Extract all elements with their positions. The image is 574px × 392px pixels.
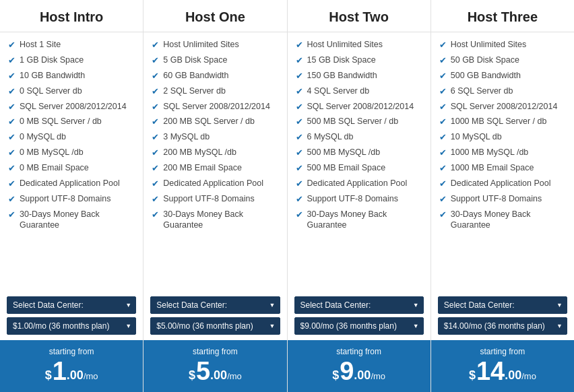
feature-item: ✔30-Days Money Back Guarantee — [296, 209, 422, 231]
check-icon: ✔ — [152, 132, 159, 143]
price-dollar-sign: $ — [189, 369, 195, 381]
plan-title-host-one: Host One — [144, 0, 286, 32]
feature-text: 200 MB MySQL /db — [163, 147, 236, 158]
plan-selects-host-two: Select Data Center:$9.00/mo (36 months p… — [288, 291, 430, 340]
feature-item: ✔1000 MB MySQL /db — [439, 147, 566, 159]
feature-item: ✔1 GB Disk Space — [8, 55, 135, 67]
price-period: /mo — [227, 372, 242, 381]
check-icon: ✔ — [152, 71, 159, 82]
check-icon: ✔ — [296, 178, 303, 190]
feature-text: Dedicated Application Pool — [163, 178, 263, 189]
data-center-select[interactable]: Select Data Center: — [150, 296, 280, 314]
check-icon: ✔ — [152, 148, 159, 159]
check-icon: ✔ — [152, 40, 159, 51]
feature-item: ✔2 SQL Server db — [152, 86, 278, 98]
price-decimal: .00 — [67, 369, 84, 381]
data-center-select[interactable]: Select Data Center: — [294, 296, 424, 314]
price-display: $14.00/mo — [435, 358, 571, 384]
price-plan-wrapper: $1.00/mo (36 months plan) — [7, 317, 136, 335]
plan-col-host-three: Host Three✔Host Unlimited Sites✔50 GB Di… — [431, 0, 574, 392]
feature-item: ✔50 GB Disk Space — [439, 55, 566, 67]
feature-item: ✔500 MB Email Space — [296, 162, 422, 174]
feature-text: 0 MySQL db — [20, 131, 66, 142]
check-icon: ✔ — [8, 71, 15, 82]
check-icon: ✔ — [439, 209, 447, 221]
price-plan-select[interactable]: $9.00/mo (36 months plan) — [294, 317, 424, 335]
price-display: $5.00/mo — [147, 358, 283, 384]
price-main: 14 — [476, 358, 505, 384]
starting-from-label: starting from — [3, 347, 139, 356]
plan-col-host-intro: Host Intro✔Host 1 Site✔1 GB Disk Space✔1… — [0, 0, 144, 392]
plan-features-host-one: ✔Host Unlimited Sites✔5 GB Disk Space✔60… — [144, 32, 286, 291]
price-dollar-sign: $ — [45, 369, 52, 381]
feature-item: ✔Support UTF-8 Domains — [8, 193, 135, 205]
feature-item: ✔10 GB Bandwidth — [8, 70, 135, 82]
feature-item: ✔Host Unlimited Sites — [439, 39, 566, 51]
feature-text: Dedicated Application Pool — [20, 178, 120, 189]
feature-item: ✔200 MB SQL Server / db — [152, 116, 278, 128]
check-icon: ✔ — [439, 148, 447, 159]
price-period: /mo — [371, 372, 385, 381]
feature-text: 0 SQL Server db — [20, 86, 82, 96]
check-icon: ✔ — [296, 148, 303, 159]
feature-text: 500 MB Email Space — [307, 162, 386, 173]
check-icon: ✔ — [296, 194, 303, 205]
check-icon: ✔ — [439, 178, 447, 190]
feature-text: 1000 MB Email Space — [451, 162, 534, 173]
check-icon: ✔ — [152, 117, 159, 128]
price-main: 5 — [196, 358, 210, 384]
feature-text: 5 GB Disk Space — [163, 55, 227, 65]
price-plan-wrapper: $5.00/mo (36 months plan) — [150, 317, 280, 335]
data-center-wrapper: Select Data Center: — [294, 296, 424, 314]
feature-item: ✔SQL Server 2008/2012/2014 — [152, 101, 278, 113]
feature-item: ✔10 MySQL db — [439, 131, 566, 143]
feature-item: ✔30-Days Money Back Guarantee — [439, 209, 566, 231]
feature-text: 50 GB Disk Space — [451, 55, 519, 65]
feature-text: SQL Server 2008/2012/2014 — [451, 101, 558, 112]
plan-features-host-intro: ✔Host 1 Site✔1 GB Disk Space✔10 GB Bandw… — [0, 32, 143, 291]
check-icon: ✔ — [439, 40, 447, 51]
check-icon: ✔ — [439, 55, 447, 67]
price-plan-select[interactable]: $5.00/mo (36 months plan) — [150, 317, 280, 335]
plan-footer-host-one: starting from$5.00/mo — [144, 340, 286, 392]
check-icon: ✔ — [152, 86, 159, 98]
feature-text: 30-Days Money Back Guarantee — [451, 209, 566, 231]
plan-title-host-intro: Host Intro — [0, 0, 143, 32]
check-icon: ✔ — [152, 163, 159, 174]
feature-item: ✔Host Unlimited Sites — [152, 39, 278, 51]
price-plan-select[interactable]: $14.00/mo (36 months plan) — [438, 317, 567, 335]
feature-text: 500 MB MySQL /db — [307, 147, 381, 158]
price-plan-select[interactable]: $1.00/mo (36 months plan) — [7, 317, 136, 335]
data-center-select[interactable]: Select Data Center: — [438, 296, 567, 314]
feature-text: 0 MB Email Space — [20, 162, 89, 173]
feature-text: 15 GB Disk Space — [307, 55, 376, 65]
feature-text: Dedicated Application Pool — [307, 178, 408, 189]
feature-item: ✔60 GB Bandwidth — [152, 70, 278, 82]
data-center-wrapper: Select Data Center: — [150, 296, 280, 314]
starting-from-label: starting from — [435, 347, 571, 356]
check-icon: ✔ — [296, 132, 303, 143]
data-center-select[interactable]: Select Data Center: — [7, 296, 136, 314]
feature-item: ✔Support UTF-8 Domains — [439, 193, 566, 205]
feature-item: ✔1000 MB Email Space — [439, 162, 566, 174]
feature-text: Dedicated Application Pool — [451, 178, 551, 189]
data-center-wrapper: Select Data Center: — [7, 296, 136, 314]
feature-text: 1000 MB SQL Server / db — [451, 116, 547, 127]
feature-item: ✔500 GB Bandwidth — [439, 70, 566, 82]
check-icon: ✔ — [8, 148, 15, 159]
feature-item: ✔5 GB Disk Space — [152, 55, 278, 67]
check-icon: ✔ — [439, 194, 447, 205]
price-decimal: .00 — [210, 369, 227, 381]
price-decimal: .00 — [505, 369, 521, 381]
feature-text: SQL Server 2008/2012/2014 — [20, 101, 127, 112]
feature-text: Host 1 Site — [20, 39, 61, 50]
check-icon: ✔ — [8, 132, 15, 143]
feature-item: ✔Dedicated Application Pool — [8, 178, 135, 190]
check-icon: ✔ — [439, 117, 447, 128]
feature-item: ✔200 MB Email Space — [152, 162, 278, 174]
feature-text: 200 MB Email Space — [163, 162, 242, 173]
check-icon: ✔ — [296, 71, 303, 82]
feature-text: 0 MB SQL Server / db — [20, 116, 102, 127]
feature-text: Host Unlimited Sites — [307, 39, 383, 50]
check-icon: ✔ — [296, 102, 303, 113]
